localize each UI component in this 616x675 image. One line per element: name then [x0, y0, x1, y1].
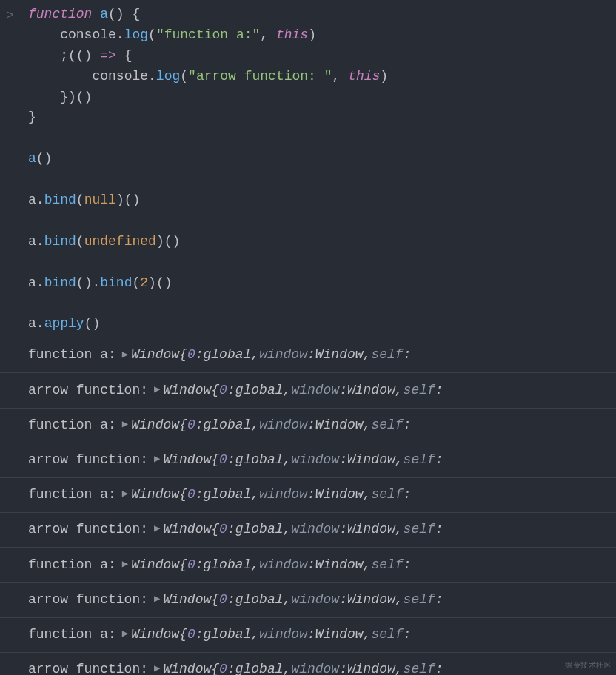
expand-icon[interactable]: ▶: [154, 661, 160, 675]
console-log-row[interactable]: function a: ▶Window {0: global, window: …: [0, 477, 616, 512]
console-log-row[interactable]: arrow function: ▶Window {0: global, wind…: [0, 443, 616, 477]
expand-icon[interactable]: ▶: [122, 417, 128, 433]
console-log-row[interactable]: arrow function: ▶Window {0: global, wind…: [0, 652, 616, 675]
log-label: arrow function:: [28, 380, 148, 401]
log-label: function a:: [28, 345, 116, 366]
console-log-row[interactable]: arrow function: ▶Window {0: global, wind…: [0, 582, 616, 617]
console-output: function a: ▶Window {0: global, window: …: [0, 338, 616, 675]
console-log-row[interactable]: function a: ▶Window {0: global, window: …: [0, 547, 616, 582]
expand-icon[interactable]: ▶: [154, 451, 160, 468]
log-label: arrow function:: [28, 590, 148, 611]
log-label: function a:: [28, 415, 116, 436]
prompt-icon: >: [6, 4, 28, 335]
log-label: arrow function:: [28, 450, 148, 471]
expand-icon[interactable]: ▶: [154, 382, 160, 398]
log-label: function a:: [28, 625, 116, 645]
expand-icon[interactable]: ▶: [122, 557, 128, 573]
expand-icon[interactable]: ▶: [122, 626, 128, 642]
console-log-row[interactable]: function a: ▶Window {0: global, window: …: [0, 408, 616, 443]
expand-icon[interactable]: ▶: [122, 347, 128, 363]
log-label: arrow function:: [28, 520, 148, 540]
expand-icon[interactable]: ▶: [154, 591, 160, 608]
log-label: function a:: [28, 485, 116, 506]
log-label: arrow function:: [28, 659, 148, 675]
expand-icon[interactable]: ▶: [122, 486, 128, 503]
devtools-console: > function a() { console.log("function a…: [0, 0, 616, 675]
log-label: function a:: [28, 555, 116, 576]
console-log-row[interactable]: arrow function: ▶Window {0: global, wind…: [0, 512, 616, 547]
console-code-input[interactable]: function a() { console.log("function a:"…: [28, 4, 388, 335]
console-log-row[interactable]: arrow function: ▶Window {0: global, wind…: [0, 372, 616, 407]
watermark-text: 掘金技术社区: [565, 659, 612, 671]
console-log-row[interactable]: function a: ▶Window {0: global, window: …: [0, 338, 616, 372]
console-input-row[interactable]: > function a() { console.log("function a…: [0, 0, 616, 338]
console-log-row[interactable]: function a: ▶Window {0: global, window: …: [0, 617, 616, 652]
expand-icon[interactable]: ▶: [154, 521, 160, 537]
